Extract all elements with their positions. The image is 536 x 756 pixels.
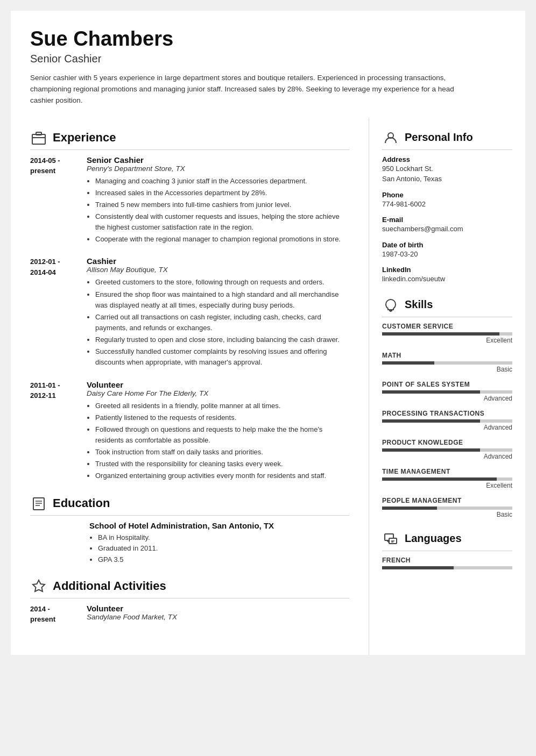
education-item: School of Hotel Administration, San Anto… bbox=[89, 521, 349, 566]
experience-icon bbox=[30, 129, 47, 146]
email-label: E-mail bbox=[382, 216, 512, 224]
exp-company: Penny's Department Store, TX bbox=[87, 165, 349, 173]
svg-rect-3 bbox=[33, 498, 44, 510]
bullet: Trained 5 new members into full-time cas… bbox=[95, 199, 349, 210]
skill-name: TIME MANAGEMENT bbox=[382, 468, 512, 475]
skills-icon bbox=[382, 296, 399, 313]
exp-bullets: Managing and coaching 3 junior staff in … bbox=[87, 176, 349, 245]
activities-header: Additional Activities bbox=[30, 577, 349, 598]
act-title: Volunteer bbox=[87, 604, 349, 613]
skill-bar-bg bbox=[382, 477, 512, 481]
bullet: Patiently listened to the requests of re… bbox=[95, 412, 349, 423]
lang-bar-fill bbox=[382, 566, 454, 569]
left-column: Experience 2014-05 -present Senior Cashi… bbox=[11, 117, 369, 655]
skills-section: Skills CUSTOMER SERVICE Excellent MATH B… bbox=[382, 296, 512, 518]
resume-container: Sue Chambers Senior Cashier Senior cashi… bbox=[11, 11, 525, 655]
skill-name: PROCESSING TRANSACTIONS bbox=[382, 410, 512, 417]
experience-section: Experience 2014-05 -present Senior Cashi… bbox=[30, 129, 349, 483]
skill-name: PEOPLE MANAGEMENT bbox=[382, 497, 512, 504]
skill-bar-fill bbox=[382, 332, 499, 336]
bullet: Managing and coaching 3 junior staff in … bbox=[95, 176, 349, 187]
skill-level: Excellent bbox=[382, 337, 512, 344]
skill-name: PRODUCT KNOWLEDGE bbox=[382, 439, 512, 446]
linkedin-label: LinkedIn bbox=[382, 266, 512, 274]
education-header: Education bbox=[30, 495, 349, 516]
bullet: GPA 3.5 bbox=[98, 554, 349, 566]
bullet: BA in Hospitality. bbox=[98, 532, 349, 544]
exp-content: Cashier Allison May Boutique, TX Greeted… bbox=[87, 256, 349, 369]
experience-label: Experience bbox=[53, 131, 116, 145]
bullet: Trusted with the responsibility for clea… bbox=[95, 459, 349, 469]
bullet: Consistently deal with customer requests… bbox=[95, 211, 349, 233]
address-item: Address 950 Lockhart St. San Antonio, Te… bbox=[382, 155, 512, 184]
skill-bar-fill bbox=[382, 448, 480, 452]
exp-bullets: Greeted all residents in a friendly, pol… bbox=[87, 401, 349, 482]
skill-bar-fill bbox=[382, 419, 480, 423]
education-icon bbox=[30, 495, 47, 512]
skill-bar-bg bbox=[382, 419, 512, 423]
personal-info-section: Personal Info Address 950 Lockhart St. S… bbox=[382, 129, 512, 284]
bullet: Graduated in 2011. bbox=[98, 543, 349, 554]
activity-item: 2014 -present Volunteer Sandylane Food M… bbox=[30, 604, 349, 625]
exp-bullets: Greeted customers to the store, followin… bbox=[87, 277, 349, 368]
svg-marker-7 bbox=[33, 580, 45, 591]
skill-bar-bg bbox=[382, 448, 512, 452]
skill-bar-bg bbox=[382, 390, 512, 394]
skill-bar-fill bbox=[382, 361, 434, 365]
bullet: Regularly trusted to open and close stor… bbox=[95, 334, 349, 345]
bullet: Successfully handled customer complaints… bbox=[95, 346, 349, 368]
bullet: Organized entertaining group activities … bbox=[95, 470, 349, 481]
education-section: Education School of Hotel Administration… bbox=[30, 495, 349, 566]
experience-list: 2014-05 -present Senior Cashier Penny's … bbox=[30, 155, 349, 483]
svg-rect-1 bbox=[36, 132, 41, 135]
skill-item: PEOPLE MANAGEMENT Basic bbox=[382, 497, 512, 518]
lang-bar-bg bbox=[382, 566, 512, 569]
exp-company: Daisy Care Home For The Elderly, TX bbox=[87, 389, 349, 397]
dob-label: Date of birth bbox=[382, 241, 512, 249]
exp-title: Cashier bbox=[87, 256, 349, 266]
right-column: Personal Info Address 950 Lockhart St. S… bbox=[369, 117, 525, 655]
language-item: FRENCH bbox=[382, 557, 512, 569]
skill-level: Basic bbox=[382, 511, 512, 518]
skills-list: CUSTOMER SERVICE Excellent MATH Basic PO… bbox=[382, 323, 512, 518]
exp-date: 2014-05 -present bbox=[30, 155, 76, 246]
skill-item: POINT OF SALES SYSTEM Advanced bbox=[382, 381, 512, 402]
skill-item: MATH Basic bbox=[382, 352, 512, 373]
exp-content: Volunteer Daisy Care Home For The Elderl… bbox=[87, 380, 349, 483]
bullet: Followed through on questions and reques… bbox=[95, 424, 349, 446]
email-value: suechambers@gmail.com bbox=[382, 224, 512, 234]
body: Experience 2014-05 -present Senior Cashi… bbox=[11, 117, 525, 655]
bullet: Greeted all residents in a friendly, pol… bbox=[95, 401, 349, 411]
address-line1: 950 Lockhart St. bbox=[382, 163, 512, 174]
address-label: Address bbox=[382, 155, 512, 163]
email-item: E-mail suechambers@gmail.com bbox=[382, 216, 512, 234]
languages-icon bbox=[382, 530, 399, 547]
dob-value: 1987-03-20 bbox=[382, 249, 512, 260]
languages-header: Languages bbox=[382, 530, 512, 551]
candidate-summary: Senior cashier with 5 years experience i… bbox=[30, 73, 471, 106]
skill-item: PROCESSING TRANSACTIONS Advanced bbox=[382, 410, 512, 431]
skill-name: CUSTOMER SERVICE bbox=[382, 323, 512, 330]
exp-date: 2012-01 -2014-04 bbox=[30, 256, 76, 369]
exp-date: 2011-01 -2012-11 bbox=[30, 380, 76, 483]
skill-level: Advanced bbox=[382, 453, 512, 460]
exp-title: Senior Cashier bbox=[87, 155, 349, 165]
svg-rect-0 bbox=[32, 134, 45, 144]
phone-item: Phone 774-981-6002 bbox=[382, 191, 512, 210]
skill-level: Basic bbox=[382, 366, 512, 373]
activities-list: 2014 -present Volunteer Sandylane Food M… bbox=[30, 604, 349, 625]
skill-item: PRODUCT KNOWLEDGE Advanced bbox=[382, 439, 512, 460]
skill-bar-bg bbox=[382, 507, 512, 510]
bullet: Took instruction from staff on daily tas… bbox=[95, 447, 349, 458]
bullet: Greeted customers to the store, followin… bbox=[95, 277, 349, 288]
skills-label: Skills bbox=[405, 298, 433, 311]
edu-school: School of Hotel Administration, San Anto… bbox=[89, 521, 349, 530]
skill-bar-bg bbox=[382, 332, 512, 336]
exp-content: Senior Cashier Penny's Department Store,… bbox=[87, 155, 349, 246]
skill-bar-fill bbox=[382, 507, 437, 510]
skill-item: TIME MANAGEMENT Excellent bbox=[382, 468, 512, 489]
skill-bar-fill bbox=[382, 477, 497, 481]
skill-item: CUSTOMER SERVICE Excellent bbox=[382, 323, 512, 344]
personal-info-icon bbox=[382, 129, 399, 146]
bullet: Carried out all transactions on cash reg… bbox=[95, 312, 349, 333]
